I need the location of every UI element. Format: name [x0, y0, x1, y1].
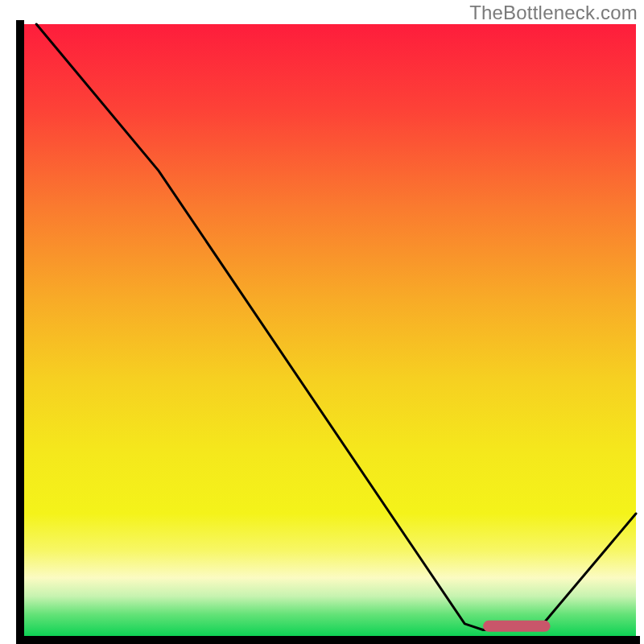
chart-background-gradient [24, 24, 636, 636]
optimal-range-marker [483, 621, 551, 632]
x-axis [16, 636, 640, 644]
y-axis [16, 20, 24, 644]
chart-frame: TheBottleneck.com [0, 0, 644, 644]
watermark-text: TheBottleneck.com [469, 2, 638, 24]
bottleneck-chart [0, 0, 644, 644]
